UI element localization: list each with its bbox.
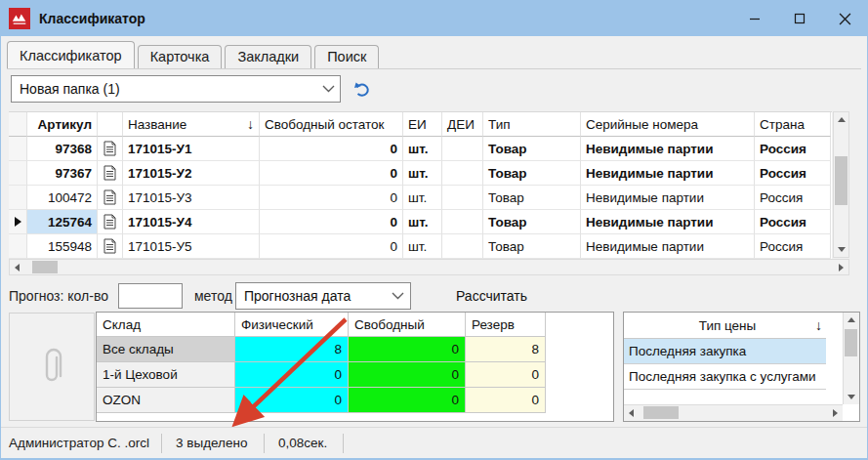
tab-bar: Классификатор Карточка Закладки Поиск	[7, 41, 379, 68]
document-icon	[98, 210, 123, 234]
price-horizontal-scrollbar[interactable]	[624, 404, 843, 421]
col-phys[interactable]: Физический	[235, 313, 349, 337]
price-type-item[interactable]: Последняя закупка с услугами	[624, 364, 826, 390]
scroll-up-icon[interactable]	[834, 112, 848, 127]
col-reserve[interactable]: Резерв	[466, 313, 546, 337]
folder-combobox-value: Новая папка (1)	[12, 81, 316, 97]
forecast-method-value: Прогнозная дата	[236, 288, 387, 304]
close-button[interactable]	[822, 1, 867, 36]
maximize-button[interactable]	[777, 1, 822, 36]
tab-card[interactable]: Карточка	[138, 45, 223, 68]
horizontal-scroll-thumb[interactable]	[32, 261, 58, 273]
col-dei[interactable]: ДЕИ	[442, 112, 483, 137]
col-name[interactable]: Название↓	[123, 112, 260, 137]
table-row-selected[interactable]: 125764 171015-У4 0 шт. Товар Невидимые п…	[9, 210, 832, 234]
col-sklad[interactable]: Склад	[97, 313, 235, 337]
document-icon	[98, 234, 123, 259]
forecast-qty-input[interactable]	[118, 283, 183, 309]
scroll-left-icon[interactable]	[10, 260, 24, 274]
app-logo-icon	[9, 8, 30, 29]
calculate-button[interactable]: Рассчитать	[442, 284, 541, 308]
status-bar: Администратор С. .orcl 3 выделено 0,08се…	[1, 427, 867, 458]
col-serial[interactable]: Серийные номера	[581, 112, 755, 137]
document-icon	[98, 161, 123, 186]
col-doc-icon[interactable]	[98, 112, 123, 137]
price-vertical-scrollbar[interactable]	[843, 313, 859, 404]
stock-row[interactable]: OZON 0 0 0	[97, 388, 613, 413]
tab-search[interactable]: Поиск	[314, 45, 379, 68]
undo-button[interactable]	[351, 79, 372, 101]
status-elapsed-time: 0,08сек.	[265, 436, 343, 450]
col-stock[interactable]: Свободный остаток	[260, 112, 403, 137]
forecast-qty-label: Прогноз: кол-во	[9, 288, 108, 304]
scroll-right-icon[interactable]	[828, 405, 843, 420]
folder-combobox[interactable]: Новая папка (1)	[11, 75, 341, 103]
tab-pane-edge	[7, 68, 861, 69]
document-icon	[98, 186, 123, 210]
status-separator	[343, 434, 344, 453]
scroll-down-icon[interactable]	[844, 390, 858, 404]
status-selected-count: 3 выделено	[162, 436, 264, 450]
stock-table-header: Склад Физический Свободный Резерв	[97, 313, 613, 337]
table-row[interactable]: 100472 171015-У3 0 шт. Товар Невидимые п…	[9, 186, 832, 210]
minimize-button[interactable]	[732, 1, 777, 36]
attachments-panel[interactable]	[9, 313, 95, 421]
col-country[interactable]: Страна	[755, 112, 831, 137]
row-selector-gutter	[9, 112, 27, 137]
sort-desc-icon: ↓	[247, 116, 254, 132]
scroll-up-icon[interactable]	[844, 313, 858, 327]
products-table-header: Артикул Название↓ Свободный остаток ЕИ Д…	[9, 112, 832, 137]
status-user: Администратор С. .orcl	[1, 436, 161, 450]
paperclip-icon	[39, 348, 64, 387]
table-row[interactable]: 97367 171015-У2 0 шт. Товар Невидимые па…	[9, 161, 832, 186]
price-type-header[interactable]: Тип цены ↓	[624, 313, 826, 339]
app-window: Классификатор Классификатор Карточка Зак…	[0, 0, 868, 460]
col-free[interactable]: Свободный	[349, 313, 466, 337]
price-type-panel: Тип цены ↓ Последняя закупка Последняя з…	[623, 312, 860, 422]
window-title: Классификатор	[39, 11, 145, 26]
title-bar: Классификатор	[1, 1, 867, 36]
scroll-left-icon[interactable]	[624, 405, 639, 420]
forecast-method-label: метод	[194, 288, 233, 304]
forecast-row: Прогноз: кол-во метод Прогнозная дата Ра…	[9, 282, 541, 310]
chevron-down-icon	[316, 85, 340, 93]
table-row[interactable]: 97368 171015-У1 0 шт. Товар Невидимые па…	[9, 137, 832, 161]
col-ei[interactable]: ЕИ	[403, 112, 442, 137]
horizontal-scroll-thumb[interactable]	[643, 406, 679, 419]
stock-panel: Склад Физический Свободный Резерв Все ск…	[96, 312, 614, 422]
vertical-scroll-thumb[interactable]	[835, 156, 847, 205]
col-type[interactable]: Тип	[483, 112, 581, 137]
products-table: Артикул Название↓ Свободный остаток ЕИ Д…	[9, 111, 832, 259]
stock-row[interactable]: 1-й Цеховой 0 0 0	[97, 362, 613, 388]
undo-icon	[352, 82, 370, 98]
stock-row[interactable]: Все склады 8 0 8	[97, 337, 613, 362]
document-icon	[98, 137, 123, 161]
scroll-right-icon[interactable]	[834, 260, 848, 274]
table-row[interactable]: 155948 171015-У5 0 шт. Товар Невидимые п…	[9, 234, 832, 259]
price-type-item-selected[interactable]: Последняя закупка	[624, 339, 826, 364]
table-horizontal-scrollbar[interactable]	[9, 259, 849, 275]
tab-bookmarks[interactable]: Закладки	[225, 45, 311, 68]
chevron-down-icon	[387, 292, 410, 300]
col-artikul[interactable]: Артикул	[27, 112, 98, 137]
forecast-method-combobox[interactable]: Прогнозная дата	[235, 282, 411, 310]
vertical-scroll-thumb[interactable]	[845, 329, 857, 356]
scroll-down-icon[interactable]	[834, 242, 848, 257]
table-vertical-scrollbar[interactable]	[833, 111, 849, 258]
current-row-marker-icon	[9, 210, 27, 234]
tab-classifier[interactable]: Классификатор	[7, 41, 135, 68]
sort-desc-icon: ↓	[815, 317, 826, 333]
